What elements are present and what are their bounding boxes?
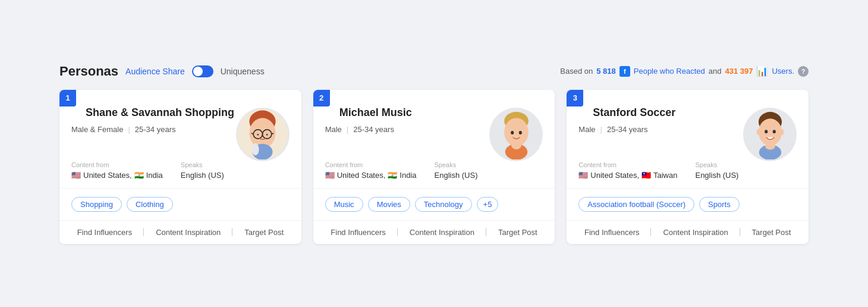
svg-point-18	[511, 141, 521, 149]
speaks-label-1: Speaks	[181, 161, 224, 168]
persona-card-1: 1 Shane & Savannah Shopping Male & Femal…	[59, 90, 301, 244]
svg-point-23	[772, 130, 775, 133]
find-influencers-3[interactable]: Find Influencers	[573, 228, 652, 237]
card-top-1: 1 Shane & Savannah Shopping Male & Femal…	[59, 90, 301, 161]
card-info-3: Stanford Soccer Male | 25-34 years	[578, 102, 743, 143]
svg-point-8	[257, 134, 259, 136]
persona-name-1: Shane & Savannah Shopping	[86, 106, 236, 119]
svg-point-11	[252, 143, 259, 155]
content-inspiration-2[interactable]: Content Inspiration	[398, 228, 486, 237]
target-post-1[interactable]: Target Post	[232, 228, 295, 237]
tag-shopping[interactable]: Shopping	[71, 197, 122, 212]
tag-sports[interactable]: Sports	[699, 197, 740, 212]
content-from-value-1: 🇺🇸 United States, 🇮🇳 India	[71, 171, 163, 180]
svg-point-22	[765, 130, 768, 133]
gender-2: Male	[325, 125, 342, 134]
uniqueness-label: Uniqueness	[221, 67, 265, 76]
svg-point-16	[519, 131, 522, 134]
help-icon[interactable]: ?	[798, 66, 809, 77]
toggle-knob	[193, 67, 203, 76]
svg-point-9	[266, 134, 268, 136]
header-right: Based on 5 818 f People who Reacted and …	[560, 65, 809, 77]
and-label: and	[709, 67, 722, 76]
speaks-block-1: Speaks English (US)	[181, 161, 224, 180]
tags-row-3: Association football (Soccer) Sports	[567, 189, 809, 221]
card-actions-1: Find Influencers Content Inspiration Tar…	[59, 221, 301, 244]
persona-name-3: Stanford Soccer	[593, 106, 743, 119]
users-icon: 📊	[756, 65, 768, 77]
content-inspiration-1[interactable]: Content Inspiration	[144, 228, 232, 237]
gender-3: Male	[578, 125, 595, 134]
tag-music[interactable]: Music	[325, 197, 363, 212]
card-number-2: 2	[313, 90, 330, 106]
speaks-block-3: Speaks English (US)	[695, 161, 738, 180]
speaks-label-2: Speaks	[435, 161, 478, 168]
svg-point-27	[765, 142, 775, 150]
uniqueness-toggle[interactable]	[192, 65, 213, 77]
content-speaks-3: Content from 🇺🇸 United States, 🇹🇼 Taiwan…	[567, 161, 809, 189]
content-from-block-2: Content from 🇺🇸 United States, 🇮🇳 India	[325, 161, 417, 180]
speaks-value-2: English (US)	[435, 171, 478, 180]
card-actions-3: Find Influencers Content Inspiration Tar…	[567, 221, 809, 244]
tag-soccer[interactable]: Association football (Soccer)	[578, 197, 694, 212]
header: Personas Audience Share Uniqueness Based…	[59, 64, 809, 79]
tags-row-2: Music Movies Technology +5	[313, 189, 555, 221]
tag-clothing[interactable]: Clothing	[127, 197, 173, 212]
flag-tw-3: 🇹🇼	[641, 171, 651, 180]
header-left: Personas Audience Share Uniqueness	[59, 64, 265, 79]
people-reacted-label: People who Reacted	[634, 67, 705, 76]
tag-more[interactable]: +5	[477, 197, 499, 212]
speaks-label-3: Speaks	[695, 161, 738, 168]
svg-point-25	[779, 129, 784, 135]
avatar-3	[743, 108, 797, 161]
card-info-1: Shane & Savannah Shopping Male & Female …	[71, 102, 236, 143]
avatar-2	[489, 108, 543, 161]
content-speaks-1: Content from 🇺🇸 United States, 🇮🇳 India …	[59, 161, 301, 189]
content-from-value-3: 🇺🇸 United States, 🇹🇼 Taiwan	[578, 171, 677, 180]
main-container: Personas Audience Share Uniqueness Based…	[59, 52, 809, 256]
card-number-3: 3	[567, 90, 583, 106]
flag-us-1: 🇺🇸	[71, 171, 81, 180]
persona-card-2: 2 Michael Music Male | 25-34 years	[313, 90, 555, 244]
audience-share-button[interactable]: Audience Share	[125, 67, 185, 76]
age-3: 25-34 years	[607, 125, 648, 134]
speaks-block-2: Speaks English (US)	[435, 161, 478, 180]
card-info-2: Michael Music Male | 25-34 years	[325, 102, 490, 143]
demographics-1: Male & Female | 25-34 years	[71, 125, 236, 134]
demographics-3: Male | 25-34 years	[578, 125, 743, 134]
avatar-1	[236, 108, 290, 161]
based-on-label: Based on	[560, 67, 593, 76]
find-influencers-2[interactable]: Find Influencers	[319, 228, 398, 237]
find-influencers-1[interactable]: Find Influencers	[65, 228, 144, 237]
content-speaks-2: Content from 🇺🇸 United States, 🇮🇳 India …	[313, 161, 555, 189]
persona-name-2: Michael Music	[339, 106, 490, 119]
speaks-value-3: English (US)	[695, 171, 738, 180]
age-1: 25-34 years	[135, 125, 176, 134]
facebook-icon: f	[619, 66, 630, 77]
demographics-2: Male | 25-34 years	[325, 125, 490, 134]
gender-1: Male & Female	[71, 125, 123, 134]
content-from-block-3: Content from 🇺🇸 United States, 🇹🇼 Taiwan	[578, 161, 677, 180]
react-count: 5 818	[596, 67, 616, 76]
flag-in-1: 🇮🇳	[134, 171, 144, 180]
page-title: Personas	[59, 64, 118, 79]
flag-in-2: 🇮🇳	[388, 171, 397, 180]
card-top-2: 2 Michael Music Male | 25-34 years	[313, 90, 555, 161]
tag-technology[interactable]: Technology	[415, 197, 472, 212]
persona-card-3: 3 Stanford Soccer Male | 25-34 years	[567, 90, 809, 244]
svg-point-21	[758, 118, 781, 146]
target-post-3[interactable]: Target Post	[740, 228, 803, 237]
content-from-value-2: 🇺🇸 United States, 🇮🇳 India	[325, 171, 417, 180]
tag-movies[interactable]: Movies	[368, 197, 410, 212]
users-label: Users.	[772, 67, 794, 76]
svg-point-15	[511, 131, 514, 134]
flag-us-2: 🇺🇸	[325, 171, 335, 180]
card-number-1: 1	[59, 90, 76, 106]
target-post-2[interactable]: Target Post	[486, 228, 549, 237]
tags-row-1: Shopping Clothing	[59, 189, 301, 221]
card-top-3: 3 Stanford Soccer Male | 25-34 years	[567, 90, 809, 161]
content-inspiration-3[interactable]: Content Inspiration	[651, 228, 740, 237]
cards-row: 1 Shane & Savannah Shopping Male & Femal…	[59, 90, 809, 244]
age-2: 25-34 years	[353, 125, 394, 134]
content-from-block-1: Content from 🇺🇸 United States, 🇮🇳 India	[71, 161, 163, 180]
